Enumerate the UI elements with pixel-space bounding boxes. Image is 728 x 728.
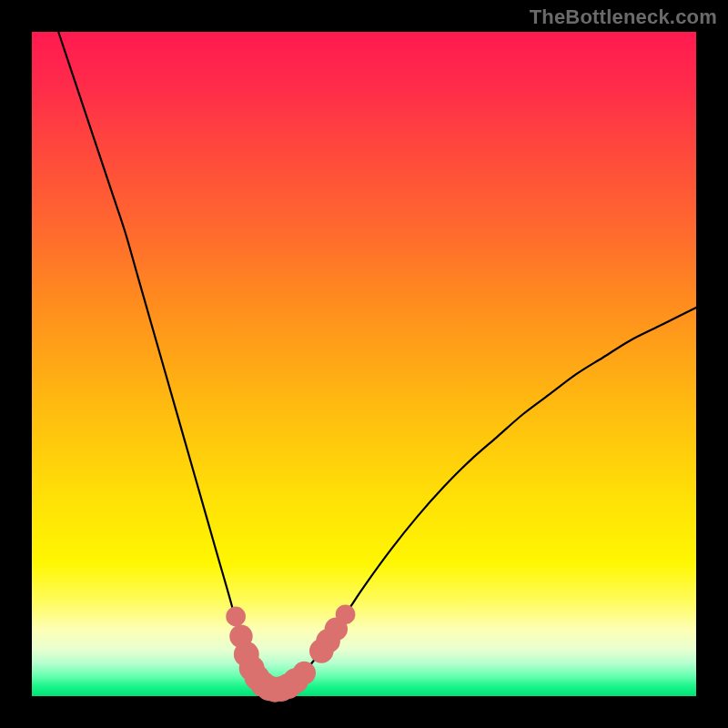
- bottleneck-curve: [58, 32, 696, 690]
- highlight-point: [293, 662, 316, 684]
- highlight-point: [226, 607, 246, 627]
- watermark-text: TheBottleneck.com: [530, 5, 717, 29]
- highlight-point: [336, 604, 356, 624]
- plot-area: [32, 32, 696, 696]
- curve-svg: [32, 32, 696, 696]
- highlighted-points: [226, 604, 355, 702]
- chart-frame: TheBottleneck.com: [0, 0, 728, 728]
